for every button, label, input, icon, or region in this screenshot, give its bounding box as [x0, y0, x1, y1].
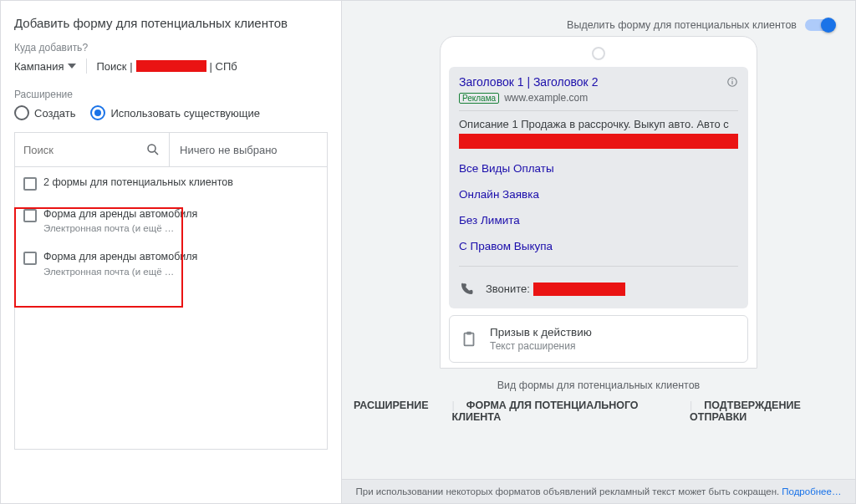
leadform-card[interactable]: Призыв к действию Текст расширения: [449, 315, 748, 363]
checkbox[interactable]: [23, 252, 37, 265]
campaign-label: Кампания: [14, 60, 64, 73]
ad-badge: Реклама: [459, 93, 499, 104]
sitelink[interactable]: Онлайн Заявка: [459, 181, 738, 207]
sitelink[interactable]: Без Лимита: [459, 207, 738, 233]
box-header: Ничего не выбрано: [15, 133, 327, 167]
svg-rect-4: [731, 79, 732, 80]
search-prefix: Поиск |: [97, 60, 133, 73]
forms-box: Ничего не выбрано 2 формы для потенциаль…: [14, 132, 328, 450]
list-item[interactable]: 2 формы для потенциальных клиентов: [15, 167, 327, 199]
svg-rect-6: [466, 331, 471, 334]
right-panel: Выделить форму для потенциальных клиенто…: [342, 1, 855, 503]
radio-icon: [14, 105, 29, 120]
redacted-block: [136, 60, 206, 72]
sitelink[interactable]: Все Виды Оплаты: [459, 155, 738, 181]
item-body: Форма для аренды автомобиля Электронная …: [43, 207, 318, 233]
scope-row: Кампания Поиск | | СПб: [14, 59, 328, 74]
item-body: 2 формы для потенциальных клиентов: [43, 176, 318, 189]
call-label: Звоните:: [486, 283, 530, 295]
ad-url: www.example.com: [504, 92, 588, 104]
radio-create[interactable]: Создать: [14, 105, 75, 120]
checkbox[interactable]: [23, 209, 37, 222]
panel-title: Добавить форму для потенциальных клиенто…: [14, 16, 328, 30]
sitelink[interactable]: С Правом Выкупа: [459, 233, 738, 259]
search-icon[interactable]: [145, 142, 160, 157]
preview-caption: Вид формы для потенциальных клиентов: [342, 379, 855, 391]
search-cell: [15, 133, 170, 166]
item-subtitle: Электронная почта (и ещё …: [43, 223, 318, 233]
radio-icon-selected: [90, 105, 105, 120]
toggle-row: Выделить форму для потенциальных клиенто…: [342, 1, 855, 36]
forms-list: 2 формы для потенциальных клиентов Форма…: [15, 167, 327, 449]
search-suffix: | СПб: [210, 60, 237, 73]
tab-extension[interactable]: РАСШИРЕНИЕ: [342, 400, 441, 423]
clipboard-icon: [460, 330, 478, 349]
item-body: Форма для аренды автомобиля Электронная …: [43, 250, 318, 276]
call-row[interactable]: Звоните:: [459, 273, 738, 300]
footer-link[interactable]: Подробнее…: [782, 486, 841, 496]
item-title: Форма для аренды автомобиля: [43, 250, 318, 263]
ad-headline-row: Заголовок 1 | Заголовок 2: [459, 75, 738, 89]
redacted-block: [533, 283, 625, 296]
radio-use-label: Использовать существующие: [110, 107, 260, 120]
radio-group: Создать Использовать существующие: [14, 105, 328, 120]
divider: [459, 266, 738, 267]
search-input[interactable]: [23, 144, 107, 156]
phone-preview: Заголовок 1 | Заголовок 2 Реклама www.ex…: [440, 36, 757, 369]
toggle-label: Выделить форму для потенциальных клиенто…: [567, 19, 797, 31]
divider: [86, 59, 87, 74]
info-icon[interactable]: [726, 76, 738, 88]
call-text: Звоните:: [486, 283, 625, 297]
left-panel: Добавить форму для потенциальных клиенто…: [1, 1, 342, 503]
none-selected: Ничего не выбрано: [170, 133, 327, 166]
list-item[interactable]: Форма для аренды автомобиля Электронная …: [15, 199, 327, 242]
ad-headline[interactable]: Заголовок 1 | Заголовок 2: [459, 75, 598, 89]
svg-rect-3: [731, 81, 732, 84]
item-title: Форма для аренды автомобиля: [43, 207, 318, 221]
phone-icon: [459, 282, 474, 297]
tab-leadform[interactable]: ФОРМА ДЛЯ ПОТЕНЦИАЛЬНОГО КЛИЕНТА: [441, 400, 678, 423]
leadform-text: Призыв к действию Текст расширения: [490, 326, 592, 352]
ad-url-row: Реклама www.example.com: [459, 92, 738, 104]
where-label: Куда добавить?: [14, 42, 328, 53]
item-subtitle: Электронная почта (и ещё …: [43, 267, 318, 277]
tab-confirmation[interactable]: ПОДТВЕРЖДЕНИЕ ОТПРАВКИ: [678, 400, 855, 423]
toggle-switch[interactable]: [805, 19, 835, 31]
phone-camera-icon: [592, 47, 605, 60]
app-root: Добавить форму для потенциальных клиенто…: [0, 0, 856, 504]
extension-label: Расширение: [14, 89, 328, 100]
cta-title: Призыв к действию: [490, 326, 592, 339]
radio-use-existing[interactable]: Использовать существующие: [90, 105, 260, 120]
campaign-dropdown[interactable]: Кампания: [14, 60, 76, 73]
divider: [459, 110, 738, 111]
preview-tabs: РАСШИРЕНИЕ ФОРМА ДЛЯ ПОТЕНЦИАЛЬНОГО КЛИЕ…: [342, 400, 855, 423]
list-item[interactable]: Форма для аренды автомобиля Электронная …: [15, 242, 327, 284]
checkbox[interactable]: [23, 177, 37, 191]
footer-note: При использовании некоторых форматов объ…: [342, 479, 855, 503]
svg-line-1: [155, 151, 158, 155]
svg-rect-5: [465, 333, 474, 345]
campaign-name: Поиск | | СПб: [97, 60, 237, 73]
svg-point-0: [148, 145, 155, 152]
cta-subtitle: Текст расширения: [490, 340, 592, 352]
redacted-block: [459, 134, 738, 149]
ad-card: Заголовок 1 | Заголовок 2 Реклама www.ex…: [449, 67, 748, 308]
footer-text: При использовании некоторых форматов объ…: [356, 486, 780, 496]
chevron-down-icon: [68, 64, 76, 69]
ad-description: Описание 1 Продажа в рассрочку. Выкуп ав…: [459, 118, 738, 130]
radio-create-label: Создать: [34, 107, 75, 120]
item-title: 2 формы для потенциальных клиентов: [43, 176, 318, 189]
